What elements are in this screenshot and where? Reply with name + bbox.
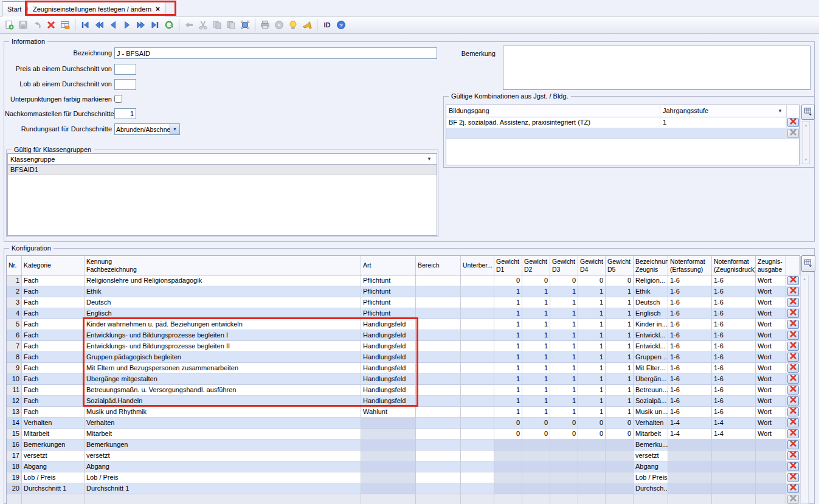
- lob-input[interactable]: [114, 79, 136, 90]
- cell-kennung[interactable]: Betreuungsmaßn. u. Versorgungshandl. aus…: [85, 385, 361, 396]
- refresh-button[interactable]: [162, 18, 176, 32]
- cell-nr[interactable]: 15: [7, 429, 22, 440]
- konfiguration-column-chooser-button[interactable]: [801, 255, 815, 272]
- new-document-button[interactable]: [2, 18, 16, 32]
- cell-unterbereich[interactable]: [461, 319, 494, 330]
- cell-gewicht-d3[interactable]: 0: [550, 275, 578, 286]
- cell-notenformat-erfassung[interactable]: 1-4: [668, 429, 712, 440]
- cell-nr[interactable]: 8: [7, 352, 22, 363]
- cell-kennung[interactable]: Englisch: [85, 308, 361, 319]
- cell-notenformat-zeugnisdruck[interactable]: [712, 440, 756, 450]
- cell-gewicht-d1[interactable]: 0: [494, 418, 522, 429]
- col-header-art[interactable]: Art: [361, 256, 416, 275]
- delete-row-button[interactable]: [787, 331, 799, 340]
- cell-gewicht-d2[interactable]: 1: [522, 352, 550, 363]
- cell-kennung[interactable]: Gruppen pädagogisch begleiten: [85, 352, 361, 363]
- cell-art[interactable]: Handlungsfeld: [361, 319, 416, 330]
- cell-gewicht-d1[interactable]: [494, 450, 522, 461]
- cell-art[interactable]: Pflichtunt: [361, 286, 416, 297]
- delete-row-button[interactable]: [787, 418, 799, 427]
- cell-nr[interactable]: 12: [7, 396, 22, 407]
- cell-gewicht-d3[interactable]: 1: [550, 363, 578, 374]
- cell-notenformat-erfassung[interactable]: 1-6: [668, 363, 712, 374]
- cell-notenformat-erfassung[interactable]: 1-6: [668, 385, 712, 396]
- cell-nr[interactable]: 1: [7, 275, 22, 286]
- rundungsart-dropdown-icon[interactable]: ▼: [170, 124, 179, 134]
- cell-art[interactable]: [361, 440, 416, 450]
- cell-gewicht-d1[interactable]: 1: [494, 330, 522, 341]
- cell-bezeichnung-zeugnis[interactable]: Entwickl...: [634, 330, 668, 341]
- cell-gewicht-d3[interactable]: [550, 494, 578, 504]
- cell-zeugnisausgabe[interactable]: Wort: [756, 385, 786, 396]
- cell-bezeichnung-zeugnis[interactable]: Bemerku...: [634, 440, 668, 450]
- cell-unterbereich[interactable]: [461, 418, 494, 429]
- cell-nr[interactable]: 2: [7, 286, 22, 297]
- cell-bereich[interactable]: [416, 286, 461, 297]
- cell-notenformat-zeugnisdruck[interactable]: [712, 461, 756, 472]
- scroll-up-icon[interactable]: ▲: [803, 122, 809, 129]
- kombination-row[interactable]: BF 2j. sozialpäd. Assistenz, praxisinteg…: [446, 117, 799, 128]
- cell-gewicht-d2[interactable]: 1: [522, 319, 550, 330]
- cell-kategorie[interactable]: versetzt: [22, 450, 85, 461]
- cell-notenformat-erfassung[interactable]: 1-6: [668, 407, 712, 418]
- cell-art[interactable]: Handlungsfeld: [361, 330, 416, 341]
- cell-zeugnisausgabe[interactable]: [756, 450, 786, 461]
- cell-gewicht-d2[interactable]: 1: [522, 286, 550, 297]
- cell-gewicht-d4[interactable]: 1: [578, 319, 606, 330]
- cell-gewicht-d1[interactable]: 0: [494, 429, 522, 440]
- cell-gewicht-d2[interactable]: 1: [522, 407, 550, 418]
- col-header-kategorie[interactable]: Kategorie: [22, 256, 85, 275]
- cell-zeugnisausgabe[interactable]: Wort: [756, 374, 786, 385]
- cell-notenformat-zeugnisdruck[interactable]: 1-6: [712, 385, 756, 396]
- cell-gewicht-d3[interactable]: 1: [550, 352, 578, 363]
- cell-notenformat-zeugnisdruck[interactable]: 1-6: [712, 330, 756, 341]
- cell-zeugnisausgabe[interactable]: Wort: [756, 363, 786, 374]
- cell-notenformat-zeugnisdruck[interactable]: [712, 450, 756, 461]
- bezeichnung-input[interactable]: [114, 47, 437, 59]
- cell-unterbereich[interactable]: [461, 352, 494, 363]
- copy-button[interactable]: [210, 18, 224, 32]
- cell-bereich[interactable]: [416, 275, 461, 286]
- cell-kategorie[interactable]: Lob / Preis: [22, 472, 85, 483]
- konfiguration-row[interactable]: [7, 494, 800, 504]
- delete-row-button[interactable]: [787, 396, 799, 406]
- cell-gewicht-d4[interactable]: 1: [578, 396, 606, 407]
- cell-gewicht-d1[interactable]: [494, 440, 522, 450]
- cell-zeugnisausgabe[interactable]: Wort: [756, 308, 786, 319]
- cell-notenformat-erfassung[interactable]: [668, 461, 712, 472]
- scroll-down-icon[interactable]: ▼: [803, 156, 809, 164]
- cell-bezeichnung-zeugnis[interactable]: Englisch: [634, 308, 668, 319]
- cell-notenformat-zeugnisdruck[interactable]: 1-4: [712, 418, 756, 429]
- cell-bereich[interactable]: [416, 363, 461, 374]
- cell-kategorie[interactable]: Durchschnitt 1: [22, 483, 85, 494]
- cell-notenformat-erfassung[interactable]: 1-6: [668, 374, 712, 385]
- cell-gewicht-d5[interactable]: 1: [606, 374, 634, 385]
- cell-gewicht-d5[interactable]: [606, 494, 634, 504]
- cell-nr[interactable]: 5: [7, 319, 22, 330]
- rundungsart-select[interactable]: Abrunden/Abschneiden ▼: [114, 123, 180, 135]
- cell-unterbereich[interactable]: [461, 472, 494, 483]
- delete-row-button[interactable]: [787, 298, 799, 307]
- cell-zeugnisausgabe[interactable]: Wort: [756, 286, 786, 297]
- cell-gewicht-d2[interactable]: 1: [522, 385, 550, 396]
- cut-button[interactable]: [196, 18, 210, 32]
- cell-kennung[interactable]: Sozialpäd.Handeln: [85, 396, 361, 407]
- cell-bezeichnung-zeugnis[interactable]: Entwickl...: [634, 341, 668, 352]
- cell-gewicht-d2[interactable]: 1: [522, 330, 550, 341]
- cell-nr[interactable]: 3: [7, 297, 22, 308]
- cell-notenformat-erfassung[interactable]: 1-6: [668, 297, 712, 308]
- cell-notenformat-erfassung[interactable]: [668, 450, 712, 461]
- konfiguration-row[interactable]: 4FachEnglischPflichtunt11111Englisch1-61…: [7, 308, 800, 319]
- cell-gewicht-d5[interactable]: 1: [606, 385, 634, 396]
- cell-gewicht-d5[interactable]: 1: [606, 341, 634, 352]
- cell-gewicht-d1[interactable]: 1: [494, 341, 522, 352]
- cell-zeugnisausgabe[interactable]: Wort: [756, 297, 786, 308]
- cell-bezeichnung-zeugnis[interactable]: Verhalten: [634, 418, 668, 429]
- cell-nr[interactable]: [7, 494, 22, 504]
- bemerkung-textarea[interactable]: [503, 46, 810, 90]
- cell-bezeichnung-zeugnis[interactable]: Deutsch: [634, 297, 668, 308]
- delete-row-button[interactable]: [787, 375, 799, 384]
- cell-gewicht-d3[interactable]: [550, 483, 578, 494]
- cell-notenformat-zeugnisdruck[interactable]: [712, 472, 756, 483]
- cell-bildungsgang[interactable]: [446, 128, 660, 139]
